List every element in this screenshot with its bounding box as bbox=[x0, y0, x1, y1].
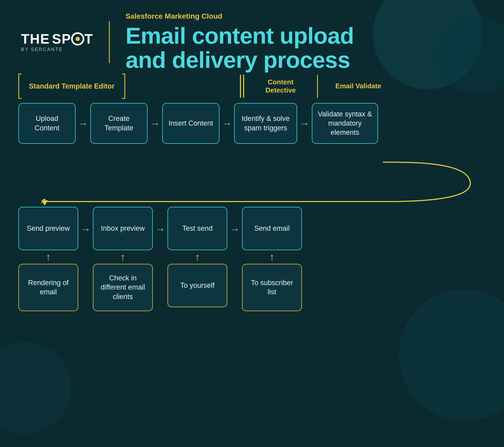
logo-the-spot: THE SP T bbox=[21, 32, 93, 46]
logo-the: THE bbox=[21, 32, 50, 46]
arrow-up-1: ↑ bbox=[46, 252, 51, 262]
double-divider bbox=[240, 75, 244, 98]
page-subtitle: Salesforce Marketing Cloud bbox=[125, 12, 354, 20]
node-inbox-preview: Inbox preview bbox=[93, 207, 153, 250]
section-headers-row: Standard Template Editor Content Detecti… bbox=[18, 74, 486, 99]
node-send-preview: Send preview bbox=[18, 207, 78, 250]
title-area: Salesforce Marketing Cloud Email content… bbox=[125, 12, 354, 72]
logo-spot: SP T bbox=[52, 32, 93, 46]
node-insert-content: Insert Content bbox=[162, 103, 219, 144]
logo-divider bbox=[109, 21, 110, 63]
logo-o-dot bbox=[76, 37, 80, 41]
arrow-up-2: ↑ bbox=[120, 252, 125, 262]
curve-container bbox=[18, 160, 486, 207]
header: THE SP T by SERCANTE Salesforce Marketin… bbox=[0, 0, 504, 84]
logo-by-sercante: by SERCANTE bbox=[21, 47, 63, 52]
page-title: Email content upload and delivery proces… bbox=[125, 24, 354, 72]
arrow-1-2: → bbox=[78, 118, 88, 129]
div-bar-2 bbox=[243, 75, 244, 98]
arrow-4-5: → bbox=[299, 118, 310, 129]
process-row-2: Send preview ↑ Rendering of email → Inbo… bbox=[18, 207, 486, 311]
col-send-preview: Send preview ↑ Rendering of email bbox=[18, 207, 78, 311]
node-send-email: Send email bbox=[242, 207, 302, 250]
arrow-row2-2-3: → bbox=[155, 224, 165, 234]
node-test-send: Test send bbox=[167, 207, 227, 250]
arrow-up-4: ↑ bbox=[269, 252, 275, 262]
arrow-2-3: → bbox=[150, 118, 160, 129]
node-validate-syntax: Validate syntax & mandatory elements bbox=[312, 103, 378, 144]
single-divider bbox=[317, 75, 318, 98]
arrow-row2-1-2: → bbox=[80, 224, 91, 234]
node-create-template: Create Template bbox=[90, 103, 148, 144]
col-test-send: Test send ↑ To yourself bbox=[167, 207, 227, 307]
process-row-1: Upload Content → Create Template → Inser… bbox=[18, 103, 486, 144]
sub-node-to-yourself: To yourself bbox=[167, 264, 227, 307]
node-spam-triggers: Identify & solve spam triggers bbox=[234, 103, 297, 144]
bg-decoration-4 bbox=[0, 342, 71, 434]
arrow-3-4: → bbox=[222, 118, 232, 129]
flow-curve-svg bbox=[18, 160, 486, 207]
sub-node-subscriber-list: To subscriber list bbox=[242, 264, 302, 311]
logo-sp: SP bbox=[52, 32, 71, 46]
logo-o bbox=[71, 32, 84, 46]
logo-text-group: THE SP T by SERCANTE bbox=[21, 32, 93, 52]
arrow-row2-3-4: → bbox=[229, 224, 240, 234]
svg-marker-1 bbox=[41, 200, 48, 205]
div-bar-1 bbox=[240, 75, 241, 98]
ste-bracket-left bbox=[18, 74, 22, 99]
cd-header: Content Detective bbox=[250, 75, 311, 98]
sub-node-rendering: Rendering of email bbox=[18, 264, 78, 311]
logo-t: T bbox=[84, 32, 93, 46]
col-inbox-preview: Inbox preview ↑ Check in different email… bbox=[93, 207, 153, 311]
ste-bracket-right bbox=[122, 74, 125, 99]
arrow-up-3: ↑ bbox=[195, 252, 200, 262]
ste-bracket: Standard Template Editor bbox=[18, 74, 218, 99]
ev-header: Email Validate bbox=[324, 75, 392, 98]
logo-area: THE SP T by SERCANTE bbox=[21, 32, 93, 52]
ev-label: Email Validate bbox=[335, 82, 381, 90]
node-upload-content: Upload Content bbox=[18, 103, 76, 144]
sub-node-check-clients: Check in different email clients bbox=[93, 264, 153, 311]
main-content: Standard Template Editor Content Detecti… bbox=[18, 74, 486, 311]
cd-label: Content Detective bbox=[265, 78, 296, 94]
col-send-email: Send email ↑ To subscriber list bbox=[242, 207, 302, 311]
ste-label: Standard Template Editor bbox=[22, 74, 122, 99]
